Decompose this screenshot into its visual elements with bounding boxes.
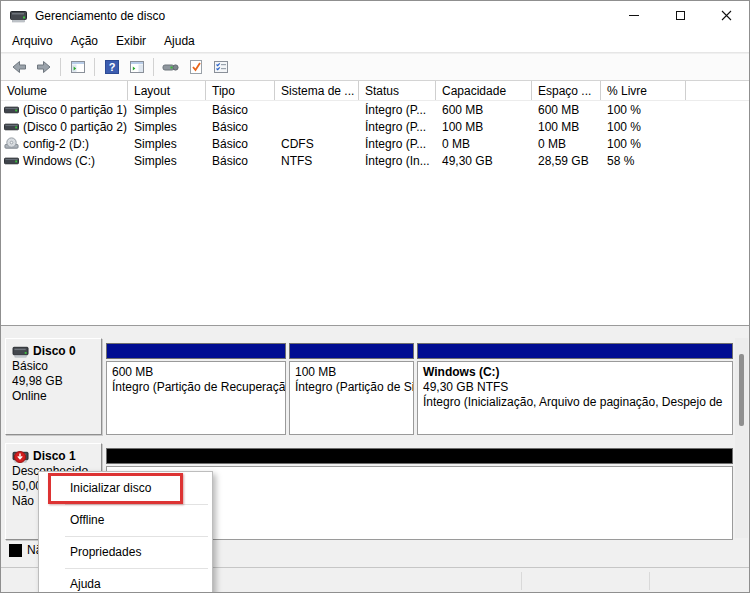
maximize-icon bbox=[676, 11, 685, 20]
forward-button[interactable] bbox=[31, 55, 56, 79]
table-row[interactable]: (Disco 0 partição 2) Simples Básico Ínte… bbox=[1, 118, 749, 135]
cell-tipo: Básico bbox=[206, 137, 275, 151]
partition-windows-c[interactable]: Windows (C:) 49,30 GB NTFS Íntegro (Inic… bbox=[417, 343, 733, 435]
cell-capacidade: 600 MB bbox=[436, 103, 532, 117]
close-button[interactable] bbox=[703, 1, 749, 30]
cell-espaco: 600 MB bbox=[532, 103, 601, 117]
menu-acao[interactable]: Ação bbox=[62, 31, 107, 51]
partition-status: Íntegro (Partição de Recuperaçã bbox=[112, 380, 280, 395]
task-list-button[interactable] bbox=[208, 55, 233, 79]
disk1-name: Disco 1 bbox=[33, 449, 76, 464]
disk0-row: Disco 0 Básico 49,98 GB Online 600 MB Ín… bbox=[5, 338, 747, 435]
cell-espaco: 28,59 GB bbox=[532, 154, 601, 168]
menu-item-offline[interactable]: Offline bbox=[39, 507, 212, 534]
partition-color-strip bbox=[417, 343, 733, 359]
cell-sistema: CDFS bbox=[275, 137, 359, 151]
cell-layout: Simples bbox=[128, 154, 206, 168]
toolbar-separator bbox=[94, 58, 95, 76]
disk0-name: Disco 0 bbox=[33, 344, 76, 359]
column-header-espaco[interactable]: Espaço ... bbox=[532, 81, 601, 100]
disk0-label-panel[interactable]: Disco 0 Básico 49,98 GB Online bbox=[5, 338, 102, 435]
console-tree-icon bbox=[70, 59, 86, 75]
disk0-type: Básico bbox=[12, 359, 98, 374]
back-arrow-icon bbox=[11, 59, 27, 75]
maximize-button[interactable] bbox=[657, 1, 703, 30]
console-tree-button[interactable] bbox=[65, 55, 90, 79]
toolbar: ? bbox=[1, 54, 749, 81]
cell-layout: Simples bbox=[128, 120, 206, 134]
partition-icon bbox=[4, 119, 19, 134]
cell-livre: 100 % bbox=[601, 120, 686, 134]
cell-espaco: 100 MB bbox=[532, 120, 601, 134]
column-header-sistema[interactable]: Sistema de ... bbox=[275, 81, 359, 100]
table-row[interactable]: Windows (C:) Simples Básico NTFS Íntegro… bbox=[1, 152, 749, 169]
cell-capacidade: 0 MB bbox=[436, 137, 532, 151]
check-disk-icon bbox=[188, 59, 204, 75]
volume-name: (Disco 0 partição 2) bbox=[23, 120, 127, 134]
menu-ajuda[interactable]: Ajuda bbox=[155, 31, 204, 51]
table-row[interactable]: (Disco 0 partição 1) Simples Básico Ínte… bbox=[1, 101, 749, 118]
rescan-disks-button[interactable] bbox=[158, 55, 183, 79]
help-button[interactable]: ? bbox=[99, 55, 124, 79]
cell-capacidade: 100 MB bbox=[436, 120, 532, 134]
partition-system[interactable]: 100 MB Íntegro (Partição de Si bbox=[289, 343, 414, 435]
table-row[interactable]: config-2 (D:) Simples Básico CDFS Íntegr… bbox=[1, 135, 749, 152]
column-header-layout[interactable]: Layout bbox=[128, 81, 206, 100]
disk-drive-icon bbox=[12, 344, 30, 359]
rescan-disks-icon bbox=[162, 59, 179, 75]
scrollbar-thumb[interactable] bbox=[739, 354, 744, 426]
cell-tipo: Básico bbox=[206, 120, 275, 134]
annotation-highlight-rectangle bbox=[48, 473, 183, 504]
partition-recovery[interactable]: 600 MB Íntegro (Partição de Recuperaçã bbox=[106, 343, 286, 435]
column-header-volume[interactable]: Volume bbox=[1, 81, 128, 100]
action-pane-button[interactable] bbox=[124, 55, 149, 79]
partition-icon bbox=[4, 102, 19, 117]
check-disk-button[interactable] bbox=[183, 55, 208, 79]
disk0-partitions: 600 MB Íntegro (Partição de Recuperaçã 1… bbox=[106, 338, 736, 435]
partition-color-strip bbox=[289, 343, 414, 359]
menu-separator bbox=[65, 536, 208, 537]
partition-size: 100 MB bbox=[295, 365, 408, 380]
partition-size: 49,30 GB NTFS bbox=[423, 380, 727, 395]
statusbar-divider bbox=[649, 572, 650, 590]
menu-bar: Arquivo Ação Exibir Ajuda bbox=[1, 30, 749, 53]
minimize-button[interactable] bbox=[611, 1, 657, 30]
toolbar-separator bbox=[60, 58, 61, 76]
menu-arquivo[interactable]: Arquivo bbox=[3, 31, 62, 51]
task-list-icon bbox=[213, 59, 229, 75]
menu-item-ajuda[interactable]: Ajuda bbox=[39, 571, 212, 593]
cell-layout: Simples bbox=[128, 137, 206, 151]
title-bar: Gerenciamento de disco bbox=[1, 1, 749, 30]
cell-tipo: Básico bbox=[206, 154, 275, 168]
svg-text:?: ? bbox=[108, 61, 115, 73]
window-title: Gerenciamento de disco bbox=[35, 9, 165, 23]
cell-status: Íntegro (P... bbox=[359, 120, 436, 134]
close-icon bbox=[721, 10, 732, 21]
disk-drive-icon bbox=[10, 8, 28, 24]
cell-status: Íntegro (In... bbox=[359, 154, 436, 168]
forward-arrow-icon bbox=[36, 59, 52, 75]
toolbar-separator bbox=[153, 58, 154, 76]
menu-item-propriedades[interactable]: Propriedades bbox=[39, 539, 212, 566]
minimize-icon bbox=[629, 15, 639, 16]
partition-status: Íntegro (Inicialização, Arquivo de pagin… bbox=[423, 395, 727, 410]
disk0-status: Online bbox=[12, 389, 98, 404]
volume-name: Windows (C:) bbox=[23, 154, 95, 168]
menu-exibir[interactable]: Exibir bbox=[107, 31, 155, 51]
column-header-capacidade[interactable]: Capacidade bbox=[436, 81, 532, 100]
cell-tipo: Básico bbox=[206, 103, 275, 117]
column-header-tipo[interactable]: Tipo bbox=[206, 81, 275, 100]
volume-list-header: Volume Layout Tipo Sistema de ... Status… bbox=[1, 81, 749, 101]
cell-status: Íntegro (P... bbox=[359, 103, 436, 117]
help-icon: ? bbox=[104, 59, 120, 75]
column-header-status[interactable]: Status bbox=[359, 81, 436, 100]
cell-status: Íntegro (P... bbox=[359, 137, 436, 151]
menu-separator bbox=[65, 568, 208, 569]
vertical-scrollbar[interactable] bbox=[735, 338, 748, 538]
partition-size: 600 MB bbox=[112, 365, 280, 380]
cd-rom-icon bbox=[4, 136, 19, 151]
cell-livre: 100 % bbox=[601, 103, 686, 117]
column-header-livre[interactable]: % Livre bbox=[601, 81, 686, 100]
cell-sistema: NTFS bbox=[275, 154, 359, 168]
back-button[interactable] bbox=[6, 55, 31, 79]
